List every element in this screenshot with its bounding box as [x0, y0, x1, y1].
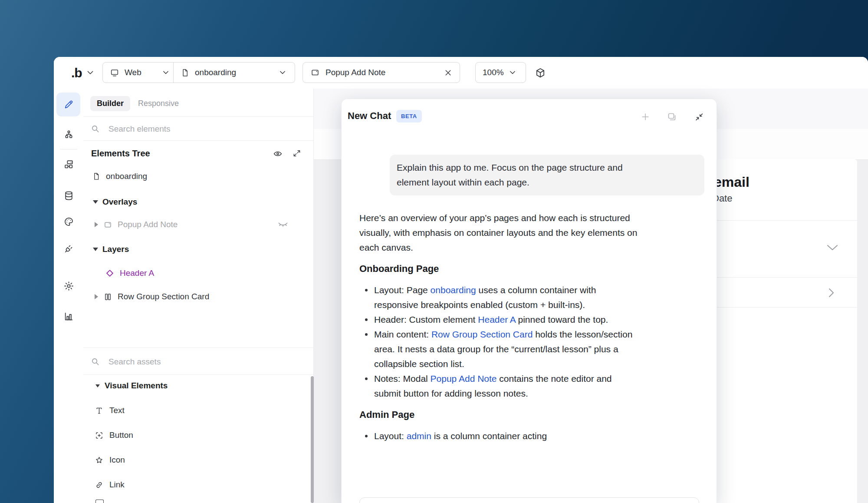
- asset-item-button[interactable]: Button: [95, 430, 133, 440]
- caret-right-icon[interactable]: [95, 294, 98, 299]
- chat-element-link[interactable]: Row Group Section Card: [431, 329, 533, 339]
- asset-item-partial-icon[interactable]: [95, 500, 104, 503]
- caret-down-icon[interactable]: [93, 200, 98, 204]
- plus-icon: [641, 112, 650, 122]
- platform-dropdown[interactable]: Web: [103, 63, 173, 83]
- tree-item-label: Row Group Section Card: [118, 292, 209, 301]
- chat-section-heading: Onboarding Page: [359, 263, 704, 275]
- builder-logo: .b: [71, 66, 82, 80]
- tab-builder[interactable]: Builder: [90, 96, 130, 111]
- tree-item-row-group-section-card[interactable]: Row Group Section Card: [95, 292, 209, 301]
- chat-text: Header: Custom element: [374, 314, 478, 324]
- button-icon: [95, 431, 104, 440]
- caret-right-icon[interactable]: [95, 222, 98, 227]
- chats-icon: [667, 112, 677, 122]
- plug-icon: [63, 243, 74, 254]
- rail-components-tool[interactable]: [54, 155, 83, 174]
- tree-group-overlays[interactable]: Overlays: [93, 197, 137, 207]
- platform-label: Web: [125, 68, 141, 77]
- tab-responsive[interactable]: Responsive: [138, 99, 179, 108]
- chevron-down-icon: [510, 71, 515, 74]
- rail-theme-tool[interactable]: [54, 212, 83, 231]
- asset-item-icon[interactable]: Icon: [95, 455, 125, 465]
- zoom-dropdown[interactable]: 100%: [475, 62, 526, 83]
- rail-edit-tool[interactable]: [54, 95, 83, 114]
- tree-item-header-a[interactable]: Header A: [105, 268, 154, 278]
- blocks-icon: [63, 159, 74, 170]
- elements-tree-header: Elements Tree: [91, 149, 150, 159]
- search-elements-input[interactable]: [108, 124, 274, 134]
- rail-integrations-tool[interactable]: [54, 239, 83, 258]
- tree-item-label: onboarding: [106, 172, 147, 181]
- chevron-right-icon[interactable]: [828, 287, 835, 298]
- tree-item-popup-add-note[interactable]: Popup Add Note: [95, 220, 178, 229]
- tree-item-page-onboarding[interactable]: onboarding: [92, 172, 147, 181]
- collapse-chat-button[interactable]: [693, 111, 705, 123]
- gear-icon: [63, 281, 74, 291]
- overlay-tab-label: Popup Add Note: [326, 68, 385, 77]
- search-icon: [91, 124, 100, 133]
- sitemap-icon: [63, 129, 74, 140]
- page-dropdown[interactable]: onboarding: [174, 63, 295, 83]
- chat-message-input[interactable]: [359, 497, 699, 503]
- asset-item-text[interactable]: Text: [95, 406, 125, 415]
- tree-group-layers[interactable]: Layers: [93, 245, 129, 254]
- star-icon: [95, 456, 104, 465]
- chat-element-link[interactable]: onboarding: [431, 285, 476, 295]
- cube-icon: [535, 67, 546, 79]
- chat-text: is a column container acting: [431, 431, 547, 441]
- search-icon: [91, 357, 100, 366]
- assets-group-label: Visual Elements: [105, 381, 168, 390]
- left-icon-rail: [54, 89, 84, 503]
- eye-off-icon[interactable]: [278, 222, 288, 229]
- expand-icon[interactable]: [293, 149, 301, 158]
- divider: [83, 116, 314, 117]
- diamond-icon: [105, 268, 115, 278]
- chat-text: Layout: Page: [374, 285, 431, 295]
- close-icon[interactable]: [444, 69, 452, 76]
- ai-chat-panel: New Chat BETA Explain this app to me. Fo…: [341, 99, 717, 503]
- chat-element-link[interactable]: admin: [407, 431, 431, 441]
- palette-icon: [63, 216, 74, 227]
- pencil-icon: [63, 99, 74, 110]
- asset-item-label: Link: [109, 480, 125, 490]
- bar-chart-icon: [63, 311, 74, 322]
- rail-divider: [60, 149, 77, 149]
- caret-down-icon[interactable]: [95, 384, 100, 387]
- panel-scrollbar[interactable]: [311, 376, 314, 503]
- chat-paragraph: Here’s an overview of your app’s pages a…: [359, 211, 704, 255]
- text-icon: [95, 406, 104, 415]
- chat-element-link[interactable]: Header A: [478, 314, 515, 324]
- file-icon: [181, 68, 190, 77]
- rail-analytics-tool[interactable]: [54, 307, 83, 326]
- assets-group-visual-elements[interactable]: Visual Elements: [95, 381, 168, 390]
- overlay-tab[interactable]: Popup Add Note: [302, 62, 460, 83]
- rail-data-tool[interactable]: [54, 186, 83, 205]
- assistant-response: Here’s an overview of your app’s pages a…: [359, 211, 704, 446]
- divider: [83, 374, 314, 375]
- overlay-icon: [103, 220, 112, 229]
- preview-3d-button[interactable]: [533, 66, 548, 80]
- database-icon: [63, 190, 74, 201]
- chat-history-button[interactable]: [666, 111, 678, 123]
- tree-item-label: Header A: [120, 268, 154, 278]
- search-assets-input[interactable]: [108, 357, 274, 367]
- caret-down-icon[interactable]: [93, 248, 98, 251]
- chat-text: pinned toward the top.: [516, 314, 608, 324]
- chevron-down-icon[interactable]: [826, 244, 839, 252]
- chat-bullet-item: Main content: Row Group Section Card hol…: [359, 327, 704, 371]
- app-logo-menu[interactable]: .b: [71, 57, 93, 89]
- platform-page-selector: Web onboarding: [102, 62, 295, 83]
- rail-hierarchy-tool[interactable]: [54, 125, 83, 144]
- tree-item-label: Popup Add Note: [118, 220, 178, 229]
- tree-group-label: Layers: [102, 245, 129, 254]
- chat-text: Layout:: [374, 431, 407, 441]
- eye-icon[interactable]: [273, 149, 283, 159]
- new-chat-button[interactable]: [639, 111, 651, 123]
- chevron-down-icon: [87, 71, 93, 75]
- rail-settings-tool[interactable]: [54, 276, 83, 295]
- chat-element-link[interactable]: Popup Add Note: [431, 374, 497, 384]
- asset-item-link[interactable]: Link: [95, 480, 125, 490]
- desktop-background: .b Web onboarding Popup Add Note: [0, 0, 868, 503]
- chat-bullet-list: Layout: Page onboarding uses a column co…: [359, 283, 704, 401]
